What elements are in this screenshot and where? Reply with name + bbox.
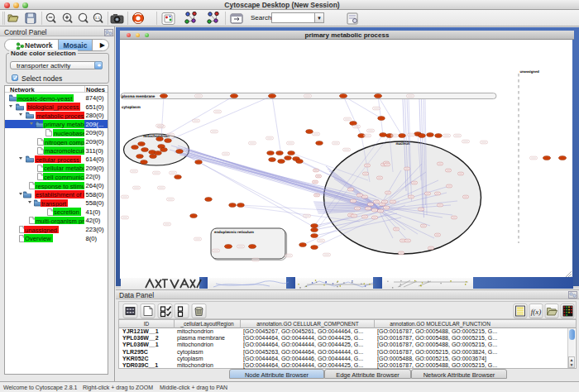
svg-text:nucleus: nucleus <box>395 141 410 146</box>
svg-text:cytoplasm: cytoplasm <box>122 105 141 109</box>
svg-text:1:1: 1:1 <box>95 16 101 20</box>
svg-text:unassigned: unassigned <box>520 69 540 74</box>
svg-text:plasma membrane: plasma membrane <box>122 94 156 98</box>
svg-text:f(x): f(x) <box>531 308 542 316</box>
svg-text:endoplasmic reticulum: endoplasmic reticulum <box>214 230 254 234</box>
